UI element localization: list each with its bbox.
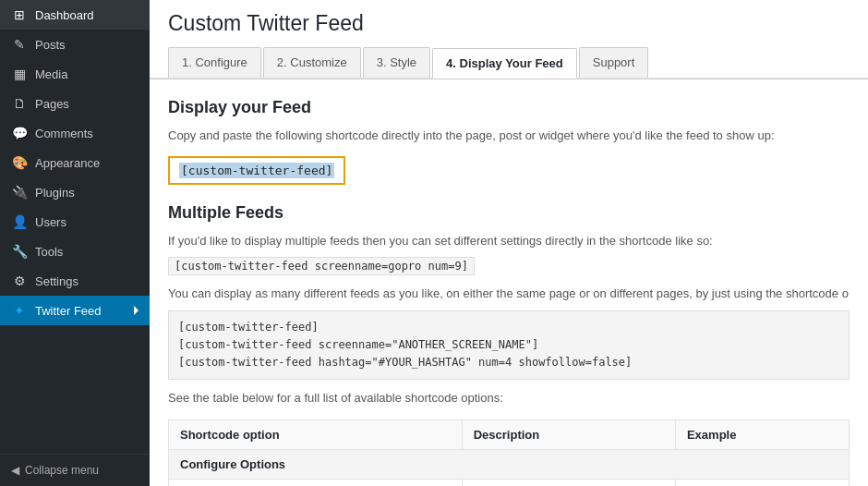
sidebar: ⊞ Dashboard ✎ Posts ▦ Media 🗋 Pages 💬 Co… bbox=[0, 0, 150, 486]
tab-customize[interactable]: 2. Customize bbox=[263, 47, 361, 78]
code-example-1: [custom-twitter-feed screenname=gopro nu… bbox=[168, 257, 475, 275]
tools-icon: 🔧 bbox=[11, 244, 28, 259]
sidebar-item-pages[interactable]: 🗋 Pages bbox=[0, 89, 150, 118]
code-line-2: [custom-twitter-feed screenname="ANOTHER… bbox=[178, 336, 839, 354]
sidebar-item-label: Pages bbox=[35, 97, 69, 111]
collapse-icon: ◀ bbox=[11, 464, 19, 477]
multiple-feeds-title: Multiple Feeds bbox=[168, 203, 850, 223]
sidebar-item-label: Dashboard bbox=[35, 8, 94, 22]
multiple-feeds-desc1: If you'd like to display multiple feeds … bbox=[168, 232, 850, 250]
sidebar-item-label: Plugins bbox=[35, 186, 75, 200]
sidebar-item-appearance[interactable]: 🎨 Appearance bbox=[0, 148, 150, 177]
table-cell-example bbox=[675, 480, 849, 486]
sidebar-item-twitter-feed[interactable]: ✦ Twitter Feed bbox=[0, 296, 150, 325]
see-table-text: See the table below for a full list of a… bbox=[168, 391, 850, 405]
sidebar-item-dashboard[interactable]: ⊞ Dashboard bbox=[0, 0, 150, 30]
shortcode-options-table: Shortcode option Description Example Con… bbox=[168, 419, 850, 486]
appearance-icon: 🎨 bbox=[11, 155, 28, 170]
content-area: Display your Feed Copy and paste the fol… bbox=[150, 79, 868, 486]
users-icon: 👤 bbox=[11, 214, 28, 229]
code-block-multi: [custom-twitter-feed] [custom-twitter-fe… bbox=[168, 310, 850, 381]
posts-icon: ✎ bbox=[11, 37, 28, 52]
tab-support[interactable]: Support bbox=[579, 47, 649, 78]
table-group-row: Configure Options bbox=[169, 450, 850, 480]
code-line-3: [custom-twitter-feed hashtag="#YOUR_HASH… bbox=[178, 354, 839, 371]
sidebar-item-label: Posts bbox=[35, 38, 66, 52]
table-cell-option bbox=[169, 480, 463, 486]
shortcode-text: [custom-twitter-feed] bbox=[179, 163, 334, 178]
sidebar-arrow-icon bbox=[134, 306, 139, 315]
code-line-1: [custom-twitter-feed] bbox=[178, 319, 839, 336]
sidebar-item-plugins[interactable]: 🔌 Plugins bbox=[0, 177, 150, 207]
tabs-bar: 1. Configure 2. Customize 3. Style 4. Di… bbox=[168, 47, 850, 78]
sidebar-item-label: Tools bbox=[35, 245, 63, 259]
collapse-menu-button[interactable]: ◀ Collapse menu bbox=[0, 454, 150, 486]
main-content: Custom Twitter Feed 1. Configure 2. Cust… bbox=[150, 0, 868, 486]
table-group-label: Configure Options bbox=[169, 450, 850, 480]
sidebar-item-label: Users bbox=[35, 215, 66, 229]
table-cell-description bbox=[462, 480, 675, 486]
sidebar-item-label: Media bbox=[35, 67, 67, 81]
tab-style[interactable]: 3. Style bbox=[363, 47, 430, 78]
display-feed-description: Copy and paste the following shortcode d… bbox=[168, 127, 850, 145]
media-icon: ▦ bbox=[11, 67, 28, 81]
sidebar-item-media[interactable]: ▦ Media bbox=[0, 59, 150, 89]
plugins-icon: 🔌 bbox=[11, 185, 28, 200]
sidebar-item-label: Comments bbox=[35, 127, 93, 140]
sidebar-item-label: Twitter Feed bbox=[35, 304, 102, 318]
page-title: Custom Twitter Feed bbox=[168, 11, 850, 36]
twitter-feed-icon: ✦ bbox=[11, 303, 28, 318]
sidebar-item-comments[interactable]: 💬 Comments bbox=[0, 118, 150, 148]
table-header-description: Description bbox=[462, 420, 675, 450]
sidebar-item-users[interactable]: 👤 Users bbox=[0, 207, 150, 237]
sidebar-item-settings[interactable]: ⚙ Settings bbox=[0, 266, 150, 296]
sidebar-item-label: Settings bbox=[35, 274, 78, 288]
sidebar-item-posts[interactable]: ✎ Posts bbox=[0, 30, 150, 59]
collapse-label: Collapse menu bbox=[25, 464, 99, 477]
tab-display[interactable]: 4. Display Your Feed bbox=[432, 48, 577, 79]
page-header: Custom Twitter Feed 1. Configure 2. Cust… bbox=[150, 0, 868, 79]
multiple-feeds-desc2: You can display as many different feeds … bbox=[168, 285, 850, 303]
dashboard-icon: ⊞ bbox=[11, 7, 28, 22]
table-header-option: Shortcode option bbox=[169, 420, 463, 450]
sidebar-item-label: Appearance bbox=[35, 156, 100, 170]
settings-icon: ⚙ bbox=[11, 273, 28, 288]
comments-icon: 💬 bbox=[11, 126, 28, 140]
display-feed-title: Display your Feed bbox=[168, 98, 850, 117]
tab-configure[interactable]: 1. Configure bbox=[168, 47, 261, 78]
sidebar-item-tools[interactable]: 🔧 Tools bbox=[0, 237, 150, 266]
table-row bbox=[169, 480, 850, 486]
shortcode-display-box[interactable]: [custom-twitter-feed] bbox=[168, 156, 345, 185]
pages-icon: 🗋 bbox=[11, 96, 28, 111]
table-header-example: Example bbox=[675, 420, 849, 450]
